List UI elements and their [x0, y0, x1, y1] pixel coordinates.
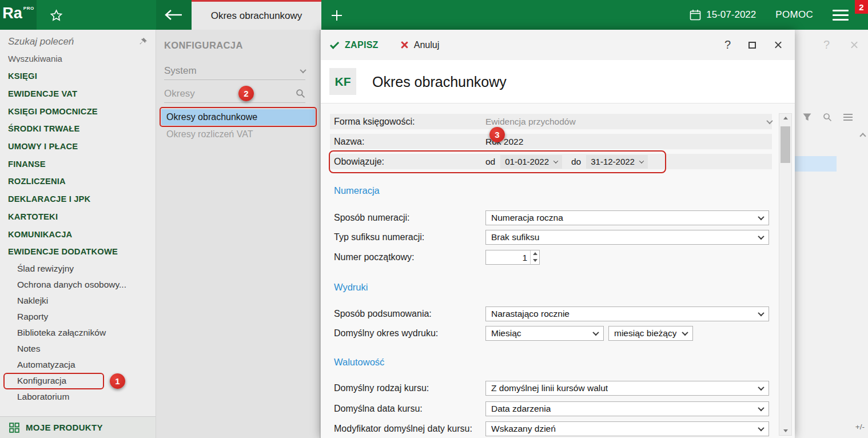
chevron-down-icon: [758, 309, 764, 316]
chevron-down-icon: [758, 213, 764, 220]
select-value: miesiąc bieżący: [614, 328, 676, 339]
config-item-okresy-obrachunkowe[interactable]: Okresy obrachunkowe: [161, 109, 315, 125]
config-item-okresy-rozliczen-vat[interactable]: Okresy rozliczeń VAT: [166, 129, 253, 140]
sidebar-item-ewidencje-dodatkowe[interactable]: EWIDENCJE DODATKOWE: [0, 243, 156, 261]
config-item-label: Okresy obrachunkowe: [166, 112, 257, 122]
date-from-select[interactable]: 01-01-2022: [500, 155, 562, 169]
sidebar-item-umowy-i-place[interactable]: UMOWY I PŁACE: [0, 138, 156, 156]
arrow-down-icon: [783, 429, 788, 432]
sidebar-item-ksiegi[interactable]: KSIĘGI: [0, 67, 156, 85]
sidebar-item-ochrona-danych[interactable]: Ochrona danych osobowy...: [0, 277, 156, 293]
sidebar-item-ewidencje-vat[interactable]: EWIDENCJE VAT: [0, 85, 156, 103]
section-numeracja: Numeracja: [334, 185, 380, 196]
navigation-sidebar: Szukaj poleceń Wyszukiwania KSIĘGI EWIDE…: [0, 30, 156, 438]
search-icon[interactable]: [823, 113, 832, 122]
arrow-up-icon: [533, 252, 537, 255]
rodzaj-kursu-select[interactable]: Z domyślnej linii kursów walut: [485, 381, 769, 396]
command-search[interactable]: Szukaj poleceń: [0, 30, 156, 54]
background-zoom-control[interactable]: +/-: [855, 423, 865, 431]
modyfikator-daty-kursu-select[interactable]: Wskazany dzień: [485, 421, 769, 436]
callout-2: 2: [238, 86, 254, 101]
sidebar-item-biblioteka-zalacznikow[interactable]: Biblioteka załączników: [0, 325, 156, 341]
sposob-numeracji-select[interactable]: Numeracja roczna: [485, 210, 769, 225]
numer-poczatkowy-stepper[interactable]: 1: [485, 250, 540, 265]
config-search-input[interactable]: Okresy: [164, 85, 305, 103]
form-row-modyfikator-daty-kursu: Modyfikator domyślnej daty kursu: Wskaza…: [334, 421, 769, 436]
sidebar-item-konfiguracja[interactable]: Konfiguracja: [0, 373, 156, 389]
form-row-domyslny-rodzaj-kursu: Domyślny rodzaj kursu: Z domyślnej linii…: [334, 380, 769, 396]
back-button[interactable]: [156, 0, 192, 30]
help-menu[interactable]: POMOC: [775, 9, 813, 21]
sidebar-item-slad-rewizyjny[interactable]: Ślad rewizyjny: [0, 261, 156, 277]
sidebar-item-naklejki[interactable]: Naklejki: [0, 293, 156, 309]
new-tab-button[interactable]: [328, 7, 345, 24]
scroll-down-button[interactable]: [779, 429, 791, 432]
obowiazuje-controls: od 01-01-2022 do 31-12-2022: [485, 155, 772, 169]
sidebar-item-notes[interactable]: Notes: [0, 341, 156, 357]
field-label: Sposób podsumowania:: [334, 309, 485, 319]
dialog-help-button[interactable]: ?: [724, 38, 731, 51]
my-products-label: MOJE PRODUKTY: [26, 423, 103, 432]
sidebar-item-kartoteki[interactable]: KARTOTEKI: [0, 208, 156, 226]
sidebar-categories: KSIĘGI EWIDENCJE VAT KSIĘGI POMOCNICZE Ś…: [0, 67, 156, 261]
list-menu-icon[interactable]: [843, 114, 853, 121]
data-kursu-select[interactable]: Data zdarzenia: [485, 401, 769, 416]
form-row-sposob-numeracji: Sposób numeracji: Numeracja roczna: [334, 210, 769, 225]
sidebar-item-automatyzacja[interactable]: Automatyzacja: [0, 357, 156, 373]
date-to-select[interactable]: 31-12-2022: [586, 155, 648, 169]
main-menu-button[interactable]: [833, 10, 849, 21]
sidebar-item-ksiegi-pomocnicze[interactable]: KSIĘGI POMOCNICZE: [0, 102, 156, 120]
form-row-numer-poczatkowy: Numer początkowy: 1: [334, 249, 769, 265]
date-from-value: 01-01-2022: [505, 157, 549, 166]
do-label: do: [571, 157, 581, 167]
select-value: Narastająco rocznie: [491, 309, 570, 319]
tab-okres-obrachunkowy[interactable]: Okres obrachunkowy: [192, 0, 321, 30]
sidebar-item-rozliczenia[interactable]: ROZLICZENIA: [0, 173, 156, 190]
chevron-down-icon: [766, 117, 773, 124]
dialog-scrollbar[interactable]: [779, 113, 792, 436]
stepper-value: 1: [486, 250, 530, 264]
sidebar-item-srodki-trwale[interactable]: ŚRODKI TRWAŁE: [0, 120, 156, 138]
okres-wydruku-modifier-select[interactable]: miesiąc bieżący: [608, 326, 693, 341]
sidebar-item-raporty[interactable]: Raporty: [0, 309, 156, 325]
favorites-button[interactable]: [48, 7, 64, 23]
background-window: ? +/-: [795, 30, 868, 438]
sidebar-item-laboratorium[interactable]: Laboratorium: [0, 389, 156, 405]
cancel-button[interactable]: Anuluj: [400, 40, 439, 50]
typ-sufiksu-select[interactable]: Brak sufiksu: [485, 230, 769, 245]
save-button[interactable]: ZAPISZ: [331, 40, 379, 50]
stepper-down-button[interactable]: [531, 257, 539, 264]
pin-icon[interactable]: [138, 37, 148, 47]
cancel-label: Anuluj: [414, 40, 439, 50]
scroll-up-button[interactable]: [779, 117, 791, 120]
forma-ksiegowosci-select[interactable]: Ewidencja przychodów: [485, 117, 772, 127]
form-row-forma: Forma księgowości: Ewidencja przychodów: [330, 114, 772, 129]
chevron-up-icon[interactable]: [859, 133, 866, 139]
sidebar-item-finanse[interactable]: FINANSE: [0, 155, 156, 173]
filter-icon[interactable]: [803, 113, 811, 121]
sidebar-item-komunikacja[interactable]: KOMUNIKACJA: [0, 225, 156, 243]
tab-label: Okres obrachunkowy: [211, 10, 302, 22]
topbar: Ra PRO Okres obrachunkowy 15-07-2022 POM…: [0, 0, 868, 30]
command-search-placeholder: Szukaj poleceń: [8, 36, 138, 47]
check-icon: [330, 39, 339, 49]
hamburger-icon: [833, 10, 849, 11]
sidebar-item-deklaracje-i-jpk[interactable]: DEKLARACJE I JPK: [0, 190, 156, 208]
sposob-podsumowania-select[interactable]: Narastająco rocznie: [485, 306, 769, 321]
current-date-widget[interactable]: 15-07-2022: [690, 9, 756, 21]
save-label: ZAPISZ: [345, 40, 379, 50]
okres-wydruku-select[interactable]: Miesiąc: [485, 326, 604, 341]
stepper-up-button[interactable]: [531, 250, 539, 257]
config-group-select[interactable]: System: [164, 62, 305, 80]
maximize-button[interactable]: [748, 42, 756, 49]
okres-obrachunkowy-dialog: ZAPISZ Anuluj ? KF Okres obrachunkowy Fo…: [320, 30, 795, 438]
scrollbar-thumb[interactable]: [781, 126, 790, 163]
config-search-value: Okresy: [164, 88, 195, 99]
background-help-button[interactable]: ?: [823, 38, 830, 51]
nazwa-input[interactable]: Rok 2022: [485, 137, 772, 147]
section-wydruki: Wydruki: [334, 282, 368, 293]
close-button[interactable]: [774, 41, 782, 49]
app-logo[interactable]: Ra PRO: [0, 0, 37, 30]
my-products-button[interactable]: MOJE PRODUKTY: [0, 416, 156, 438]
sidebar-item-clipped[interactable]: Wyszukiwania: [8, 54, 62, 62]
